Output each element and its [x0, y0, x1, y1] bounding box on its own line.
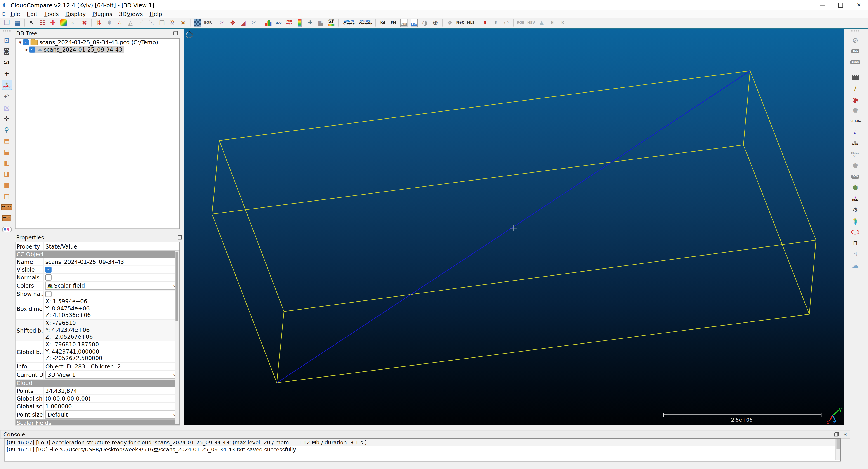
kd-tree-button[interactable]: Kd — [378, 18, 388, 28]
tree-item-checkbox[interactable]: ✓ — [29, 46, 35, 53]
cross-section-button[interactable]: ◪ — [239, 18, 248, 28]
console-scrollbar[interactable] — [835, 439, 840, 460]
menu-item-file[interactable]: File — [7, 10, 24, 18]
delete-entity-button[interactable]: ✖ — [80, 18, 89, 28]
view-bottom-button[interactable]: □ — [2, 191, 11, 201]
point-glove-button[interactable]: ◉ — [178, 18, 188, 28]
tree-item[interactable]: ▼✓scans_2024-01-25_09-34-43.pcd (C:/Temp… — [16, 39, 180, 46]
open-button[interactable]: ❒ — [2, 18, 12, 28]
puzzle-plugin-button[interactable]: ❖ — [445, 18, 455, 28]
h-filter-button[interactable]: H — [548, 18, 557, 28]
canupo-classify-button[interactable]: CANUPOClassify — [358, 18, 373, 28]
edl-filter-button[interactable]: EDL — [850, 46, 860, 56]
clean-broom-button[interactable]: ∕ — [850, 83, 860, 93]
segment-cut-button[interactable]: ✄ — [249, 18, 258, 28]
minimize-button[interactable] — [813, 0, 832, 10]
properties-scrollbar-thumb[interactable] — [176, 253, 178, 322]
auto-pick-center-button[interactable]: +auto — [1, 80, 12, 90]
mls-smoothing-button[interactable]: MLS — [466, 18, 475, 28]
sf-delete-colorbar-button[interactable] — [295, 18, 305, 28]
pick-element-button[interactable]: ↖ — [27, 18, 37, 28]
compute-mesh-button[interactable]: ◭ — [126, 18, 135, 28]
csv-export-button[interactable]: CSV — [410, 18, 419, 28]
subsample-button[interactable] — [193, 18, 202, 28]
sphere-tool-button[interactable]: ◑ — [420, 18, 430, 28]
interpolate-colors-button[interactable] — [59, 18, 68, 28]
3d-viewport[interactable]: 2.5e+06 YXZ — [184, 29, 844, 425]
menu-item-help[interactable]: Help — [146, 10, 165, 18]
unroll-cylinder-button[interactable]: ↩ — [502, 18, 511, 28]
translate-rotate-tool-button[interactable]: ✥ — [228, 18, 238, 28]
view-left-button[interactable]: ◧ — [2, 158, 11, 168]
clamp-button[interactable]: ⊓ — [850, 239, 860, 248]
menu-item-tools[interactable]: Tools — [41, 10, 62, 18]
ssao-filter-button[interactable]: SSAO — [850, 58, 860, 67]
globe-projection-button[interactable]: ⊕ — [431, 18, 440, 28]
k-filter-button[interactable]: K — [558, 18, 567, 28]
shield-a-button[interactable]: ⬟ — [850, 106, 860, 115]
view-front-button[interactable]: ⬓ — [2, 147, 11, 157]
menu-item-plugins[interactable]: Plugins — [89, 10, 116, 18]
console-close-icon[interactable]: ✕ — [843, 432, 847, 437]
compass-button[interactable]: ◉ — [850, 95, 860, 104]
normals-curvature-button[interactable]: N+C — [456, 18, 465, 28]
compute-normals-button[interactable]: ⇞ — [105, 18, 114, 28]
view-right-button[interactable]: ■ — [2, 180, 11, 190]
fm-tool-button[interactable]: FM — [389, 18, 398, 28]
tree-item-checkbox[interactable]: ✓ — [23, 39, 29, 45]
shp-export-button[interactable]: SHP — [399, 18, 409, 28]
pcv-button[interactable]: PCV — [850, 172, 860, 181]
restore-button[interactable] — [831, 0, 850, 10]
inspect-cloud-button[interactable]: ❏ — [157, 18, 167, 28]
spline-red-button[interactable]: S — [480, 18, 490, 28]
menu-item-display[interactable]: Display — [62, 10, 89, 18]
view-back-button[interactable]: ◨ — [2, 169, 11, 179]
hpr-button[interactable]: ⬟HPR — [850, 139, 860, 148]
set-current-view-button[interactable]: ↶ — [2, 92, 11, 101]
sf-statistics-button[interactable]: µ,σ — [274, 18, 283, 28]
sor-filter-button[interactable]: SOR — [203, 18, 213, 28]
apply-transformation-button[interactable]: ⇤ — [69, 18, 79, 28]
sample-points-b-button[interactable]: ⋱ — [147, 18, 156, 28]
hsv-filter-button[interactable]: HSV — [526, 18, 536, 28]
rgb-filter-button[interactable]: RGB — [516, 18, 525, 28]
view-front-label-button[interactable]: FRONT — [2, 202, 11, 212]
sf-histogram-button[interactable] — [264, 18, 273, 28]
display-options-button[interactable]: ⊡ — [2, 35, 11, 45]
menu-item-edit[interactable]: Edit — [24, 10, 41, 18]
sf-calculator-button[interactable]: ▦ — [316, 18, 326, 28]
property-dropdown[interactable]: SFScalar field∨ — [45, 282, 178, 290]
cloud-ruler-button[interactable]: ☁ — [850, 261, 860, 270]
tree-item[interactable]: ▶✓☁scans_2024-01-25_09-34-43 — [16, 46, 180, 53]
cloud-cloud-compare-button[interactable]: CCCC — [168, 18, 177, 28]
view-back-label-button[interactable]: BACK — [2, 213, 11, 223]
pick-rotation-center-button[interactable]: + — [2, 69, 11, 78]
stereo-glasses-button[interactable] — [2, 225, 11, 234]
sf-add-button[interactable]: ✚ — [306, 18, 315, 28]
scissors-segment-button[interactable]: ✂ — [217, 18, 227, 28]
menu-item-3d-views[interactable]: 3D Views — [116, 10, 146, 18]
hand-picker-button[interactable]: ☝ — [850, 249, 860, 259]
save-button[interactable]: ▦ — [13, 18, 22, 28]
layers-button[interactable]: ◈ — [850, 216, 860, 226]
sf-color-scale-button[interactable]: SF — [327, 18, 336, 28]
screenshot-camera-button[interactable]: ◙ — [2, 46, 11, 56]
property-checkbox[interactable] — [45, 291, 52, 297]
zoom-1-1-button[interactable]: 1:1 — [2, 58, 11, 67]
property-checkbox[interactable] — [45, 274, 52, 280]
console-scrollbar-thumb[interactable] — [836, 439, 840, 449]
tree-expand-arrow[interactable]: ▶ — [24, 48, 29, 52]
canupo-create-button[interactable]: CANUPOCreate — [341, 18, 357, 28]
properties-scrollbar[interactable] — [175, 250, 179, 424]
tree-expand-arrow[interactable]: ▼ — [18, 40, 23, 44]
mountain-arrow-button[interactable]: ▲ — [537, 18, 547, 28]
pan-mode-button[interactable]: ✛ — [2, 114, 11, 123]
spline-points-button[interactable]: S — [491, 18, 500, 28]
csf-filter-button[interactable]: CSF Filter — [850, 117, 860, 126]
sample-points-a-button[interactable]: ⋰ — [136, 18, 146, 28]
no-filter-button[interactable]: ⊘ — [850, 35, 860, 45]
db-tree-float-icon[interactable] — [174, 31, 178, 35]
add-point-pair-button[interactable]: ✚ — [48, 18, 58, 28]
red-ellipse-button[interactable] — [850, 228, 860, 237]
console-float-icon[interactable] — [834, 432, 839, 437]
